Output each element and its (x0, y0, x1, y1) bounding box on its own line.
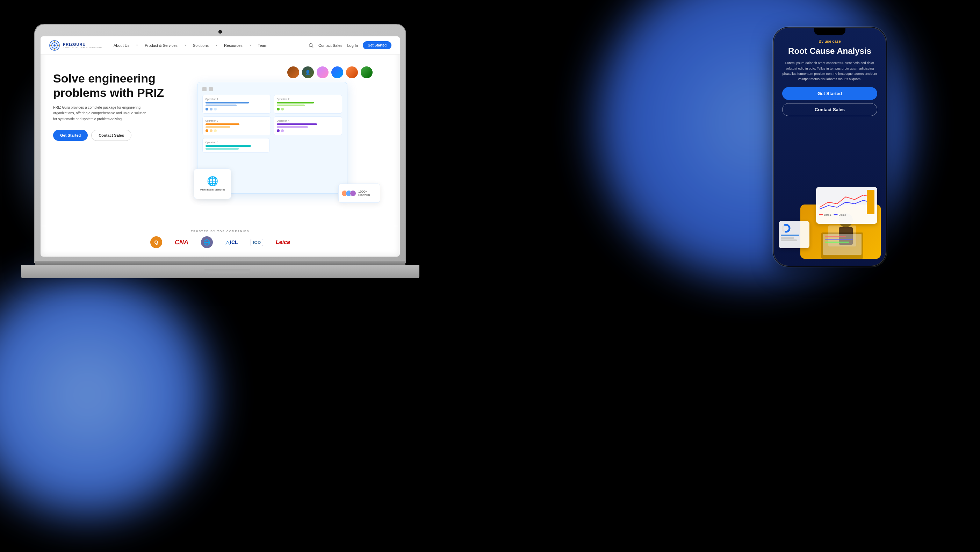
op4-label: Operation 4 (277, 119, 339, 122)
nav-right: Contact Sales Log In Get Started (309, 41, 391, 49)
dot-o2 (210, 129, 213, 132)
hero-title: Solve engineering problems with PRIZ (53, 71, 194, 100)
nav-products[interactable]: Product & Services (145, 43, 178, 48)
hero-right: 👤 (194, 66, 387, 220)
dash-icon (202, 87, 207, 91)
op5-bar1 (205, 145, 251, 147)
hero-get-started-btn[interactable]: Get Started (53, 130, 88, 141)
hero-description: PRIZ Guru provides a complete package fo… (53, 105, 151, 122)
op4-dots (277, 129, 339, 132)
legend-red-line (819, 214, 823, 215)
logo-cna: CNA (175, 239, 188, 246)
laptop-hinge (35, 261, 406, 265)
dot-p2 (281, 129, 284, 132)
op1-label: Operation 1 (205, 98, 268, 100)
phone-preview-overlay-card: Data 1 Data 2 (816, 187, 877, 224)
dot1 (205, 108, 208, 110)
op2-bar2 (277, 105, 305, 106)
nav-about-us[interactable]: About Us (114, 43, 129, 48)
hero-contact-sales-btn[interactable]: Contact Sales (91, 130, 131, 141)
operations-grid: Operation 1 (202, 95, 342, 135)
op3-bar2 (205, 126, 230, 128)
logo-icon (49, 40, 60, 51)
op1-dots (205, 108, 268, 110)
multilingual-label: Multilingual platform (200, 188, 225, 192)
avatar-5 (345, 66, 359, 79)
hero-left: Solve engineering problems with PRIZ PRI… (53, 66, 194, 220)
logo-icd: ICD (251, 239, 263, 246)
dot2 (210, 108, 213, 110)
legend-blue-line (834, 214, 838, 215)
op2-dots (277, 108, 339, 110)
legend-red-label: Data 1 (824, 213, 832, 216)
laptop-camera (218, 30, 222, 33)
phone-body: By use case Root Cause Analysis Lorem ip… (774, 28, 886, 266)
dot-p1 (277, 129, 280, 132)
trusted-label: TRUSTED BY TOP COMPANIES (53, 230, 387, 233)
svg-point-11 (309, 43, 312, 46)
laptop-foot-notch (204, 269, 250, 274)
products-chevron: ▾ (185, 44, 186, 47)
svg-rect-18 (825, 236, 846, 237)
website-navbar: PRIZGURU PRIZE INTELLIGENCE SOLUTIONS Ab… (41, 37, 400, 54)
legend-blue: Data 2 (834, 213, 846, 216)
op1-bar1 (205, 102, 249, 103)
logo-name: PRIZGURU (63, 42, 102, 46)
nav-solutions[interactable]: Solutions (193, 43, 208, 48)
contact-sales-link[interactable]: Contact Sales (318, 43, 342, 48)
resources-chevron: ▾ (250, 44, 251, 47)
small-bar-1 (781, 235, 799, 236)
avatar-3 (316, 66, 329, 79)
op-card-4: Operation 4 (274, 116, 342, 135)
hero-section: Solve engineering problems with PRIZ PRI… (41, 54, 400, 226)
logo-globe: 🌐 (201, 236, 213, 248)
small-bar-2 (781, 237, 794, 239)
op3-label: Operation 3 (205, 119, 268, 122)
dashboard-header (202, 87, 342, 91)
logo-aicl: △ ICL (226, 239, 238, 246)
logo-q: Q (150, 236, 162, 248)
avatar-4 (331, 66, 344, 79)
phone-preview-small-card (779, 221, 810, 248)
op5-label: Operation 5 (205, 141, 266, 144)
op-card-1: Operation 1 (202, 95, 271, 114)
small-bar-chart (781, 235, 807, 241)
avatar-row: 👤 (286, 66, 373, 79)
phone-device: By use case Root Cause Analysis Lorem ip… (774, 28, 886, 266)
laptop-bezel: PRIZGURU PRIZE INTELLIGENCE SOLUTIONS Ab… (35, 24, 406, 262)
dot-g1 (277, 108, 280, 110)
logo-subtitle: PRIZE INTELLIGENCE SOLUTIONS (63, 46, 102, 49)
small-bar-3 (781, 239, 797, 241)
nav-resources[interactable]: Resources (224, 43, 243, 48)
nav-team[interactable]: Team (258, 43, 267, 48)
svg-point-8 (58, 45, 59, 46)
phone-contact-sales-btn[interactable]: Contact Sales (782, 103, 877, 116)
phone-use-case-label: By use case (782, 39, 877, 43)
svg-rect-19 (825, 239, 853, 240)
op5-bar2 (205, 148, 239, 150)
op-card-5: Operation 5 (202, 138, 269, 153)
solutions-chevron: ▾ (216, 44, 217, 47)
preview-mini-chart (819, 190, 875, 211)
search-icon[interactable] (309, 43, 313, 48)
svg-rect-20 (825, 242, 849, 243)
op-card-2: Operation 2 (274, 95, 342, 114)
svg-point-9 (54, 49, 55, 50)
svg-point-7 (54, 41, 55, 41)
phone-get-started-btn[interactable]: Get Started (782, 87, 877, 100)
platform-label: 1000+ Platform (358, 190, 377, 197)
dot-g2 (281, 108, 284, 110)
op3-bar1 (205, 123, 240, 125)
dash-icon2 (208, 87, 213, 91)
nav-logo: PRIZGURU PRIZE INTELLIGENCE SOLUTIONS (49, 40, 102, 51)
preview-orange-block (867, 190, 875, 214)
log-in-link[interactable]: Log In (347, 43, 358, 48)
phone-content: By use case Root Cause Analysis Lorem ip… (780, 39, 880, 116)
nav-get-started-btn[interactable]: Get Started (363, 41, 391, 49)
phone-preview-area: Data 1 Data 2 (779, 187, 881, 259)
scene: PRIZGURU PRIZE INTELLIGENCE SOLUTIONS Ab… (0, 0, 980, 552)
phone-description: Lorem ipsum dolor sit amet consectetur. … (782, 60, 877, 81)
legend-red: Data 1 (819, 213, 832, 216)
platform-avatars (342, 190, 356, 196)
multilingual-card: 🌐 Multilingual platform (194, 169, 231, 199)
